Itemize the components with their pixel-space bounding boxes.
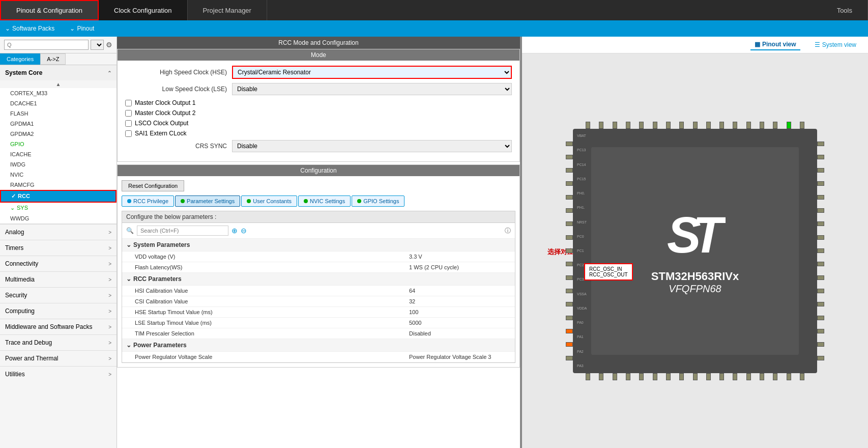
pin-bottom	[760, 373, 764, 380]
nav-pinout-config[interactable]: Pinout & Configuration	[0, 0, 99, 20]
chevron-right-icon: >	[108, 245, 111, 251]
sidebar-item-iwdg[interactable]: IWDG	[0, 159, 117, 170]
sidebar-sort-select[interactable]	[91, 40, 104, 50]
pin-right	[817, 221, 824, 226]
pin-right	[817, 195, 824, 200]
sidebar-item-middleware[interactable]: Middleware and Software Packs >	[0, 319, 117, 334]
hse-select[interactable]: Crystal/Ceramic Resonator Disable Bypass…	[232, 66, 512, 79]
rcc-params-header[interactable]: ⌄ RCC Parameters	[122, 273, 515, 286]
pin-top-green	[787, 122, 791, 129]
crs-select[interactable]: Disable	[232, 140, 512, 152]
pin-top	[626, 122, 630, 129]
sidebar-item-nvic[interactable]: NVIC	[0, 170, 117, 180]
pin-left	[566, 208, 573, 213]
tab-rcc-privilege[interactable]: RCC Privilege	[122, 195, 174, 207]
sidebar-item-connectivity[interactable]: Connectivity >	[0, 256, 117, 271]
system-params-header[interactable]: ⌄ System Parameters	[122, 239, 515, 251]
tab-gpio-settings[interactable]: GPIO Settings	[352, 195, 404, 207]
chip-interior: S T STM32H563RIVx VFQFPN68	[591, 147, 799, 355]
chevron-down-icon: ⌄	[70, 25, 75, 32]
power-params-header[interactable]: ⌄ Power Parameters	[122, 339, 515, 352]
system-core-section: System Core ⌃ ▲ CORTEX_M33 DCACHE1 FLASH…	[0, 65, 117, 224]
sidebar-item-utilities[interactable]: Utilities >	[0, 366, 117, 382]
params-search-input[interactable]	[137, 226, 228, 236]
sidebar-item-computing[interactable]: Computing >	[0, 303, 117, 319]
expand-icon[interactable]: ⊕	[232, 227, 238, 235]
sidebar-item-icache[interactable]: ICACHE	[0, 149, 117, 159]
pin-bottom	[800, 373, 804, 380]
nav-project-manager[interactable]: Project Manager	[188, 0, 267, 20]
hse-row: High Speed Clock (HSE) Crystal/Ceramic R…	[125, 66, 512, 79]
tab-categories[interactable]: Categories	[0, 53, 40, 65]
tab-dot	[127, 199, 131, 203]
chip-area: 选择对应的外部时钟	[522, 53, 868, 448]
tab-dot	[357, 199, 361, 203]
pin-label-pc15: PC15	[577, 177, 587, 181]
pin-bottom	[613, 373, 617, 380]
pin-label-vbat: VBAT	[577, 134, 587, 137]
sidebar-item-cortex-m33[interactable]: CORTEX_M33	[0, 88, 117, 98]
sidebar-item-gpdma1[interactable]: GPDMA1	[0, 119, 117, 129]
nav-tools[interactable]: Tools	[822, 0, 868, 20]
sidebar-item-power-thermal[interactable]: Power and Thermal >	[0, 350, 117, 366]
sidebar-item-sys[interactable]: ⌄SYS	[0, 203, 117, 213]
pin-right	[817, 289, 824, 293]
gear-icon[interactable]: ⚙	[106, 41, 112, 49]
pin-bottom	[773, 373, 777, 380]
mco1-checkbox[interactable]	[125, 100, 132, 106]
pin-left	[566, 221, 573, 226]
sidebar-item-wwdg[interactable]: WWDG	[0, 213, 117, 223]
system-params-group: ⌄ System Parameters VDD voltage (V) 3.3 …	[122, 239, 515, 273]
collapse-icon[interactable]: ⊖	[241, 227, 247, 235]
pin-top	[760, 122, 764, 129]
sidebar-item-timers[interactable]: Timers >	[0, 240, 117, 256]
pin-left	[566, 248, 573, 253]
main-layout: ⚙ Categories A->Z System Core ⌃ ▲ CORTEX…	[0, 37, 868, 448]
sidebar-item-analog[interactable]: Analog >	[0, 224, 117, 240]
sidebar-item-rcc[interactable]: ✓RCC	[0, 190, 117, 203]
sidebar-item-gpio[interactable]: GPIO	[0, 139, 117, 149]
param-row-hse-startup: HSE Startup Timout Value (ms) 100	[122, 307, 515, 318]
param-row-power-regulator: Power Regulator Voltage Scale Power Regu…	[122, 352, 515, 362]
mco2-checkbox[interactable]	[125, 110, 132, 117]
tab-parameter-settings[interactable]: Parameter Settings	[175, 195, 240, 207]
sidebar-search-input[interactable]	[4, 40, 89, 50]
pin-label-pa1: PA1	[577, 335, 587, 339]
sidebar-item-flash[interactable]: FLASH	[0, 108, 117, 119]
tab-az[interactable]: A->Z	[40, 53, 66, 65]
lse-select[interactable]: Disable Crystal/Ceramic Resonator Bypass…	[232, 83, 512, 95]
reset-config-button[interactable]: Reset Configuration	[122, 180, 184, 191]
search-icon: 🔍	[126, 227, 134, 234]
sidebar-item-ramcfg[interactable]: RAMCFG	[0, 180, 117, 190]
system-view-button[interactable]: ☰ System view	[811, 40, 860, 50]
pin-label-pc14: PC14	[577, 163, 587, 166]
tab-nvic-settings[interactable]: NVIC Settings	[298, 195, 351, 207]
nav-clock-config[interactable]: Clock Configuration	[99, 0, 187, 20]
pin-bottom	[599, 373, 603, 380]
chip-model: STM32H563RIVx	[651, 270, 739, 283]
sidebar-tabs: Categories A->Z	[0, 53, 117, 65]
sidebar-item-multimedia[interactable]: Multimedia >	[0, 271, 117, 287]
scroll-up-arrow[interactable]: ▲	[0, 80, 117, 88]
hse-label: High Speed Clock (HSE)	[125, 69, 227, 76]
sai1-checkbox[interactable]	[125, 130, 132, 137]
sidebar-item-security[interactable]: Security >	[0, 287, 117, 303]
sidebar-item-dcache1[interactable]: DCACHE1	[0, 98, 117, 108]
sidebar-item-trace-debug[interactable]: Trace and Debug >	[0, 334, 117, 350]
system-view-icon: ☰	[815, 41, 820, 48]
sai1-checkbox-row: SAI1 Extern CLock	[125, 130, 512, 137]
subnav-pinout[interactable]: ⌄ Pinout	[70, 25, 94, 32]
config-content: Reset Configuration RCC Privilege Parame…	[118, 176, 519, 367]
pin-right	[817, 262, 824, 266]
system-core-header[interactable]: System Core ⌃	[0, 65, 117, 80]
tab-dot	[304, 199, 308, 203]
subnav-software-packs[interactable]: ⌄ Software Packs	[5, 25, 54, 32]
pin-left	[566, 142, 573, 146]
tab-user-constants[interactable]: User Constants	[241, 195, 297, 207]
sidebar-search-area: ⚙	[0, 37, 117, 53]
info-icon[interactable]: ⓘ	[505, 227, 511, 235]
pin-label-pa3: PA3	[577, 364, 587, 368]
sidebar-item-gpdma2[interactable]: GPDMA2	[0, 129, 117, 139]
lsco-checkbox[interactable]	[125, 120, 132, 127]
pinout-view-button[interactable]: ▦ Pinout view	[750, 39, 800, 50]
